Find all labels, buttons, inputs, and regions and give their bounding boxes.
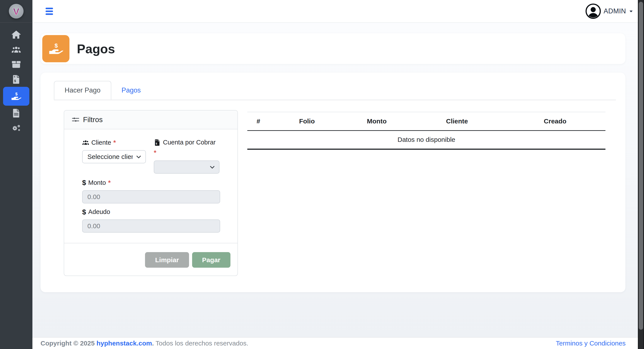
chevron-down-icon	[210, 164, 215, 170]
sidebar-item-clients[interactable]	[0, 42, 32, 57]
copyright-text: Copyright © 2025 hyphenstack.com. Todos …	[40, 339, 248, 347]
filters-footer: Limpiar Pagar	[64, 243, 238, 275]
menu-toggle-button[interactable]	[46, 8, 53, 15]
tab-bar: Hacer Pago Pagos	[54, 81, 616, 100]
topbar: ADMIN	[32, 0, 644, 23]
payments-card: Hacer Pago Pagos Filtros	[40, 73, 626, 292]
required-asterisk: *	[154, 149, 156, 156]
user-avatar-icon	[585, 3, 601, 19]
monto-input[interactable]	[82, 190, 220, 203]
footer: Copyright © 2025 hyphenstack.com. Todos …	[32, 337, 644, 349]
cliente-label: Cliente *	[82, 139, 146, 146]
user-menu[interactable]: ADMIN	[585, 3, 634, 19]
file-invoice-dollar-icon	[154, 139, 161, 146]
adeudo-label: $ Adeudo	[82, 208, 220, 215]
empty-row: Datos no disponible	[247, 130, 606, 149]
content-area: Pagos Hacer Pago Pagos Filtros	[32, 23, 644, 337]
filters-header: Filtros	[64, 111, 238, 129]
page-title-card: Pagos	[40, 33, 626, 64]
home-icon	[12, 30, 21, 40]
sidebar-item-products[interactable]	[0, 57, 32, 72]
sidebar-item-documents[interactable]	[0, 106, 32, 121]
user-name: ADMIN	[604, 7, 626, 15]
app-logo[interactable]: V	[0, 0, 32, 23]
required-asterisk: *	[108, 179, 110, 186]
hyphenstack-link[interactable]: hyphenstack.com	[96, 339, 152, 347]
svg-text:V: V	[13, 6, 20, 17]
payments-table: # Folio Monto Cliente Creado Datos no di…	[247, 112, 606, 150]
monto-field: $ Monto *	[82, 179, 220, 203]
sliders-icon	[72, 116, 80, 124]
chevron-down-icon	[136, 154, 142, 160]
dollar-sign-icon: $	[82, 179, 86, 186]
pay-button[interactable]: Pagar	[192, 252, 230, 268]
cuenta-field: Cuenta por Cobrar *	[154, 139, 220, 174]
users-icon	[12, 45, 21, 54]
sidebar-item-settings[interactable]	[0, 121, 32, 136]
empty-message: Datos no disponible	[247, 130, 606, 149]
logo-v-icon: V	[8, 4, 24, 19]
sidebar-nav	[0, 23, 32, 136]
monto-label: $ Monto *	[82, 179, 220, 186]
sidebar: V	[0, 0, 32, 349]
col-header-folio: Folio	[270, 112, 344, 130]
sidebar-item-invoices[interactable]	[0, 72, 32, 87]
tab-hacer-pago[interactable]: Hacer Pago	[54, 81, 111, 100]
page-title-icon-box	[42, 35, 70, 62]
file-invoice-dollar-icon	[12, 75, 21, 84]
col-header-cliente: Cliente	[409, 112, 505, 130]
adeudo-field: $ Adeudo	[82, 208, 220, 233]
scrollbar-thumb[interactable]	[639, 2, 643, 330]
tab-pagos[interactable]: Pagos	[111, 81, 151, 100]
file-lines-icon	[12, 108, 21, 118]
terms-link[interactable]: Terminos y Condiciones	[556, 339, 626, 347]
sidebar-item-payments[interactable]	[3, 87, 29, 106]
cuenta-label: Cuenta por Cobrar	[154, 139, 220, 146]
gears-icon	[12, 123, 21, 133]
clear-button[interactable]: Limpiar	[145, 252, 189, 268]
col-header-num: #	[247, 112, 270, 130]
hand-holding-dollar-icon	[48, 41, 63, 56]
filters-title: Filtros	[83, 116, 103, 124]
tab-content: Filtros Cliente * Seleccio	[54, 110, 616, 276]
filters-panel: Filtros Cliente * Seleccio	[64, 110, 238, 276]
cliente-select-value: Seleccione cliente	[88, 153, 133, 160]
vertical-scrollbar	[638, 0, 644, 349]
adeudo-input[interactable]	[82, 219, 220, 233]
col-header-creado: Creado	[505, 112, 606, 130]
cliente-field: Cliente * Seleccione cliente	[82, 139, 146, 174]
users-icon	[82, 139, 89, 146]
terms-area: Terminos y Condiciones	[556, 339, 626, 347]
payments-table-wrap: # Folio Monto Cliente Creado Datos no di…	[247, 112, 606, 276]
box-icon	[12, 60, 21, 69]
cuenta-select[interactable]	[154, 160, 220, 174]
filters-body: Cliente * Seleccione cliente	[64, 129, 238, 243]
required-asterisk: *	[113, 139, 116, 146]
cliente-select[interactable]: Seleccione cliente	[82, 150, 146, 163]
caret-down-icon	[629, 9, 634, 14]
page-title: Pagos	[77, 42, 115, 56]
col-header-monto: Monto	[344, 112, 409, 130]
sidebar-item-home[interactable]	[0, 27, 32, 42]
hand-holding-dollar-icon	[11, 91, 22, 102]
table-header-row: # Folio Monto Cliente Creado	[247, 112, 606, 130]
dollar-sign-icon: $	[82, 208, 86, 215]
